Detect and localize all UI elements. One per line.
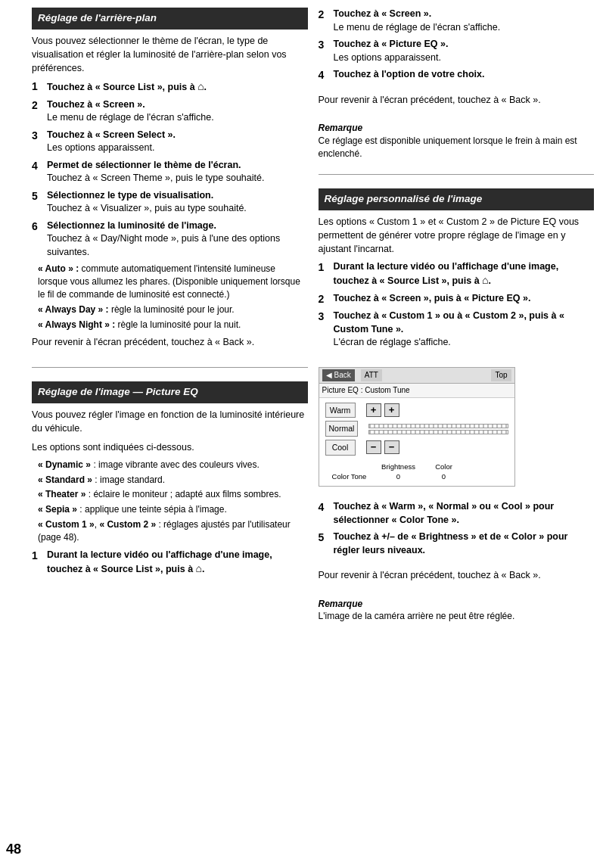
steps-list-background: 1 Touchez à « Source List », puis à ⌂. 2… (32, 79, 308, 259)
step-body: Touchez à « Picture EQ ». Les options ap… (334, 38, 595, 64)
step-sub: L'écran de réglage s'affiche. (334, 336, 595, 350)
step-bold: Touchez à +/– de « Brightness » et de « … (334, 530, 595, 557)
step-item: 3 Touchez à « Screen Select ». Les optio… (32, 129, 308, 155)
eq-warm-plus[interactable]: + (366, 403, 381, 417)
step-sub: Touchez à « Screen Theme », puis le type… (47, 172, 308, 185)
step-sub: Le menu de réglage de l'écran s'affiche. (334, 21, 595, 35)
step-bold: Permet de sélectionner le thème de l'écr… (47, 159, 308, 173)
step-body: Touchez à l'option de votre choix. (334, 68, 595, 82)
step-item: 5 Sélectionnez le type de visualisation.… (32, 189, 308, 216)
step-body: Touchez à « Custom 1 » ou à « Custom 2 »… (334, 310, 595, 350)
back-note-1: Pour revenir à l'écran précédent, touche… (319, 93, 595, 107)
remarque-title-2: Remarque (319, 599, 363, 609)
eq-back-button[interactable]: ◀ Back (322, 369, 355, 381)
section-custom-intro: Les options « Custom 1 » et « Custom 2 »… (319, 215, 595, 256)
step-item: 6 Sélectionnez la luminosité de l'image.… (32, 219, 308, 260)
steps-list-custom: 1 Durant la lecture vidéo ou l'affichage… (319, 260, 595, 350)
eq-brightness-col: Brightness 0 (372, 462, 425, 482)
step-item: 1 Touchez à « Source List », puis à ⌂. (32, 79, 308, 95)
eq-att-button[interactable]: ATT (361, 369, 382, 381)
step-body: Touchez à « Screen ». Le menu de réglage… (334, 8, 595, 34)
eq-top-bar-left: ◀ Back ATT (322, 369, 382, 381)
step-number: 5 (32, 189, 44, 216)
eq-slider-track (368, 424, 508, 428)
step-number: 4 (319, 500, 331, 527)
step-sub: Le menu de réglage de l'écran s'affiche. (47, 111, 308, 125)
step-body: Sélectionnez le type de visualisation. T… (47, 189, 308, 216)
step-item: 4 Touchez à l'option de votre choix. (319, 68, 595, 82)
eq-cool-buttons: − − (366, 440, 399, 454)
step-bold: Sélectionnez le type de visualisation. (47, 189, 308, 203)
sub-item-always-night: « Always Night » : règle la luminosité p… (38, 319, 308, 331)
arrow-left-icon: ◀ (326, 370, 332, 381)
section-background-intro: Vous pouvez sélectionner le thème de l'é… (32, 34, 308, 75)
steps-continued: 2 Touchez à « Screen ». Le menu de régla… (319, 8, 595, 86)
step-bold: Touchez à « Screen ». (334, 8, 595, 21)
eq-normal-row: Normal (325, 421, 508, 437)
step-number: 1 (32, 79, 44, 95)
step-bold: Touchez à « Warm », « Normal » ou « Cool… (334, 500, 595, 527)
eq-top-button[interactable]: Top (491, 369, 511, 381)
steps-after-diagram: 4 Touchez à « Warm », « Normal » ou « Co… (319, 500, 595, 561)
step-body: Permet de sélectionner le thème de l'écr… (47, 159, 308, 185)
step-number: 2 (319, 292, 331, 306)
step-number: 1 (32, 549, 44, 577)
step-bold: Touchez à « Screen Select ». (47, 129, 308, 142)
step-bold: Touchez à « Screen ». (47, 98, 308, 112)
brightness-value: 0 (372, 471, 425, 481)
step-bold: Durant la lecture vidéo ou l'affichage d… (47, 549, 308, 577)
step-number: 2 (32, 98, 44, 125)
eq-warm-plus2[interactable]: + (384, 403, 399, 417)
remarque-1: Remarque Ce réglage est disponible uniqu… (319, 122, 595, 160)
section-picture-eq: Réglage de l'image — Picture EQ Vous pou… (32, 381, 308, 580)
step-number: 4 (32, 159, 44, 185)
step-sub: Les options apparaissent. (47, 142, 308, 155)
step-item: 3 Touchez à « Custom 1 » ou à « Custom 2… (319, 310, 595, 350)
section-picture-eq-intro1: Vous pouvez régler l'image en fonction d… (32, 408, 308, 435)
eq-color-col: Color 0 (425, 462, 463, 482)
page: 48 Réglage de l'arrière-plan Vous pouvez… (0, 0, 603, 868)
step-body: Touchez à « Screen ». Le menu de réglage… (47, 98, 308, 125)
step-bold: Touchez à « Picture EQ ». (334, 38, 595, 51)
home-icon: ⌂ (196, 562, 202, 574)
eq-color-minus[interactable]: − (384, 440, 399, 454)
content-area: Réglage de l'arrière-plan Vous pouvez sé… (29, 0, 603, 868)
color-value: 0 (425, 471, 463, 481)
eq-top-bar: ◀ Back ATT Top (319, 368, 514, 384)
remarque-2: Remarque L'image de la caméra arrière ne… (319, 598, 595, 624)
step-item: 2 Touchez à « Screen ». Le menu de régla… (319, 8, 595, 34)
sub-item-auto: « Auto » : commute automatiquement l'int… (38, 263, 308, 300)
step-body: Durant la lecture vidéo ou l'affichage d… (47, 549, 308, 577)
step-sub: Touchez à « Day/Night mode », puis à l'u… (47, 232, 308, 259)
eq-normal-label[interactable]: Normal (325, 421, 359, 437)
home-icon: ⌂ (482, 274, 488, 286)
brightness-text: Brightness (372, 462, 425, 471)
color-tone-text: Color Tone (327, 471, 372, 481)
step-body: Touchez à « Screen », puis à « Picture E… (334, 292, 595, 306)
section-header-custom: Réglage personnalisé de l'image (319, 188, 595, 210)
eq-cool-row: Cool − − (325, 440, 508, 456)
eq-brightness-minus[interactable]: − (366, 440, 381, 454)
right-column: 2 Touchez à « Screen ». Le menu de régla… (319, 8, 595, 860)
eq-warm-label[interactable]: Warm (325, 403, 356, 418)
step-sub: Les options apparaissent. (334, 51, 595, 65)
step-body: Touchez à « Warm », « Normal » ou « Cool… (334, 500, 595, 527)
remarque-title-1: Remarque (319, 123, 363, 133)
eq-slider-track-2 (368, 430, 508, 434)
eq-warm-row: Warm + + (325, 403, 508, 418)
bullet-list: « Dynamic » : image vibrante avec des co… (32, 459, 308, 544)
back-label: Back (334, 370, 351, 381)
step-number: 4 (319, 68, 331, 82)
step-body: Touchez à +/– de « Brightness » et de « … (334, 530, 595, 557)
color-text: Color (425, 462, 463, 471)
eq-color-tone-label: Color Tone (327, 471, 372, 481)
step-number: 5 (319, 530, 331, 557)
section-picture-eq-intro2: Les options sont indiquées ci-dessous. (32, 440, 308, 454)
step-item: 4 Permet de sélectionner le thème de l'é… (32, 159, 308, 185)
bullet-sepia: « Sepia » : applique une teinte sépia à … (38, 503, 308, 516)
eq-cool-label[interactable]: Cool (325, 440, 356, 456)
eq-bottom-row: Color Tone Brightness 0 Color 0 (325, 462, 508, 482)
divider-2 (319, 174, 595, 175)
step-item: 3 Touchez à « Picture EQ ». Les options … (319, 38, 595, 64)
step-body: Touchez à « Screen Select ». Les options… (47, 129, 308, 155)
